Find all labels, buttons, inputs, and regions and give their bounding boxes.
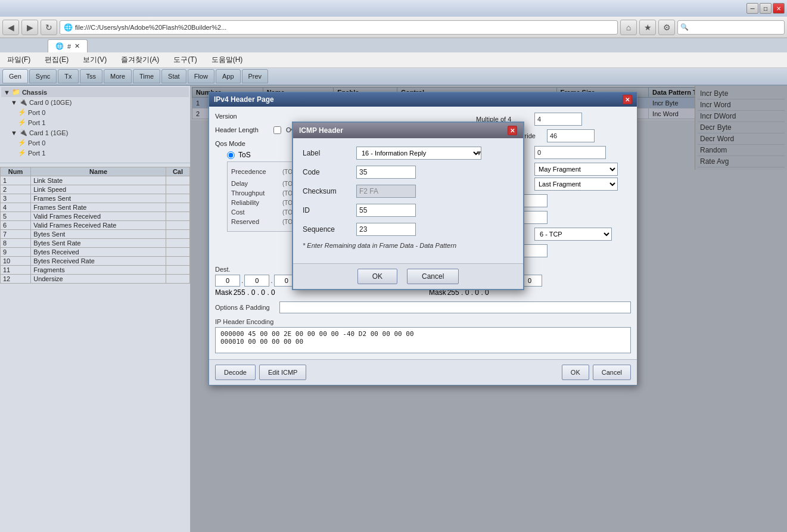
icmp-title: ICMP Header <box>299 126 343 135</box>
stats-row-2[interactable]: 2Link Speed <box>1 185 190 194</box>
tab-sync[interactable]: Sync <box>29 69 57 83</box>
address-bar[interactable]: 🌐 file:///C:/Users/ysh/Adobe%20Flash%20B… <box>60 20 618 35</box>
toolbar-tabs: Gen Sync Tx Tss More Time Stat Flow App … <box>0 68 787 86</box>
menu-view[interactable]: 보기(V) <box>80 54 109 66</box>
tab-flow[interactable]: Flow <box>188 69 214 83</box>
stats-row-4[interactable]: 4Frames Sent Rate <box>1 203 190 212</box>
icmp-id-label: ID <box>303 206 350 214</box>
stats-row-9[interactable]: 9Bytes Received <box>1 248 190 257</box>
card0-expand-icon: ▼ <box>11 99 17 106</box>
refresh-button[interactable]: ↻ <box>41 20 57 35</box>
stats-col-name: Name <box>31 167 166 176</box>
window-close-button[interactable]: ✕ <box>773 3 785 14</box>
menu-file[interactable]: 파일(F) <box>5 54 33 66</box>
stats-row-6[interactable]: 6Valid Frames Received Rate <box>1 221 190 230</box>
stats-row-10[interactable]: 10Bytes Received Rate <box>1 257 190 266</box>
menu-favorites[interactable]: 즐겨찾기(A) <box>119 54 161 66</box>
port0-icon-c0: ⚡ <box>18 108 26 116</box>
tree-port0-card1[interactable]: ⚡ Port 0 <box>1 138 189 148</box>
tab-tx[interactable]: Tx <box>58 69 78 83</box>
address-text: file:///C:/Users/ysh/Adobe%20Flash%20Bui… <box>75 24 226 31</box>
port1-icon-c1: ⚡ <box>18 149 26 157</box>
tab-label: # <box>67 43 71 50</box>
tree-chassis[interactable]: ▼ 📁 Chassis <box>1 87 189 97</box>
card0-icon: 🔌 <box>19 98 27 106</box>
stats-row-7[interactable]: 7Bytes Sent <box>1 230 190 239</box>
settings-button[interactable]: ⚙ <box>658 20 675 35</box>
chassis-icon: 📁 <box>12 88 20 96</box>
stats-row-5[interactable]: 5Valid Frames Received <box>1 212 190 221</box>
menu-edit[interactable]: 편집(E) <box>42 54 71 66</box>
tab-stat[interactable]: Stat <box>161 69 186 83</box>
icmp-dialog-overlay: ICMP Header ✕ Label 16 - Information Rep… <box>191 86 787 532</box>
tab-more[interactable]: More <box>104 69 132 83</box>
icmp-ok-button[interactable]: OK <box>357 269 397 284</box>
icmp-close-button[interactable]: ✕ <box>508 126 517 135</box>
port0-icon-c1: ⚡ <box>18 139 26 147</box>
stats-row-11[interactable]: 11Fragments <box>1 266 190 275</box>
tab-gen[interactable]: Gen <box>2 69 28 83</box>
tree-port0-card0[interactable]: ⚡ Port 0 <box>1 107 189 117</box>
browser-tab[interactable]: 🌐 # ✕ <box>48 39 88 52</box>
stats-row-3[interactable]: 3Frames Sent <box>1 194 190 203</box>
stats-col-cal: Cal <box>166 167 189 176</box>
tab-time[interactable]: Time <box>133 69 160 83</box>
icmp-id-input[interactable] <box>356 204 416 217</box>
card1-icon: 🔌 <box>19 129 27 136</box>
card1-expand-icon: ▼ <box>11 129 17 136</box>
stats-table: Num Name Cal 1Link State 2Link Speed 3Fr… <box>0 167 190 284</box>
card1-label: Card 1 (1GE) <box>29 129 68 136</box>
tree-port1-card1[interactable]: ⚡ Port 1 <box>1 148 189 158</box>
menu-tools[interactable]: 도구(T) <box>171 54 199 66</box>
search-input[interactable]: 🔍 <box>677 20 785 35</box>
icmp-label-label: Label <box>303 149 350 157</box>
icmp-checksum-row: Checksum <box>303 185 514 198</box>
nav-bar: ◀ ▶ ↻ 🌐 file:///C:/Users/ysh/Adobe%20Fla… <box>0 17 787 38</box>
icmp-code-input[interactable] <box>356 166 416 179</box>
icmp-titlebar: ICMP Header ✕ <box>293 123 523 138</box>
favorites-button[interactable]: ★ <box>639 20 656 35</box>
maximize-button[interactable]: □ <box>760 3 772 14</box>
icmp-body: Label 16 - Information Reply 0 - Echo Re… <box>293 138 523 263</box>
search-icon: 🔍 <box>680 23 689 31</box>
icmp-label-select[interactable]: 16 - Information Reply 0 - Echo Reply 3 … <box>356 147 481 160</box>
port1-icon-c0: ⚡ <box>18 119 26 126</box>
content-area: Number Name Enable Control Frame Size Da… <box>191 86 787 532</box>
forward-button[interactable]: ▶ <box>21 20 38 35</box>
stats-row-8[interactable]: 8Bytes Sent Rate <box>1 239 190 248</box>
menu-help[interactable]: 도움말(H) <box>209 54 245 66</box>
port1-c1-label: Port 1 <box>28 150 45 157</box>
title-bar-buttons: ─ □ ✕ <box>746 3 785 14</box>
stats-row-12[interactable]: 12Undersize <box>1 275 190 284</box>
tree-card1[interactable]: ▼ 🔌 Card 1 (1GE) <box>1 127 189 138</box>
icmp-note: * Enter Remaining data in Frame Data - D… <box>303 242 514 249</box>
stats-col-num: Num <box>1 167 31 176</box>
icmp-code-label: Code <box>303 168 350 176</box>
port1-c0-label: Port 1 <box>28 119 45 126</box>
tree-section: ▼ 📁 Chassis ▼ 🔌 Card 0 (10GE) ⚡ Port 0 ⚡… <box>0 86 190 159</box>
close-tab-icon[interactable]: ✕ <box>74 42 80 50</box>
icmp-sequence-input[interactable] <box>356 223 416 236</box>
stats-row-1[interactable]: 1Link State <box>1 176 190 185</box>
icmp-dialog: ICMP Header ✕ Label 16 - Information Rep… <box>292 122 524 290</box>
icmp-id-row: ID <box>303 204 514 217</box>
tree-card0[interactable]: ▼ 🔌 Card 0 (10GE) <box>1 97 189 107</box>
card0-label: Card 0 (10GE) <box>29 99 72 106</box>
menu-bar: 파일(F) 편집(E) 보기(V) 즐겨찾기(A) 도구(T) 도움말(H) <box>0 52 787 68</box>
chassis-label: Chassis <box>22 89 47 96</box>
icmp-checksum-input[interactable] <box>356 185 416 198</box>
tree-port1-card0[interactable]: ⚡ Port 1 <box>1 117 189 127</box>
icmp-footer: OK Cancel <box>293 263 523 289</box>
tab-app[interactable]: App <box>216 69 241 83</box>
browser-icon-small: 🌐 <box>55 42 64 50</box>
icmp-cancel-button[interactable]: Cancel <box>407 269 459 284</box>
home-button[interactable]: ⌂ <box>620 20 637 35</box>
icmp-checksum-label: Checksum <box>303 187 350 195</box>
port0-c1-label: Port 0 <box>28 139 45 147</box>
main-layout: ▼ 📁 Chassis ▼ 🔌 Card 0 (10GE) ⚡ Port 0 ⚡… <box>0 86 787 532</box>
tab-prev[interactable]: Prev <box>242 69 269 83</box>
back-button[interactable]: ◀ <box>2 20 19 35</box>
minimize-button[interactable]: ─ <box>746 3 758 14</box>
icmp-code-row: Code <box>303 166 514 179</box>
tab-tss[interactable]: Tss <box>80 69 103 83</box>
